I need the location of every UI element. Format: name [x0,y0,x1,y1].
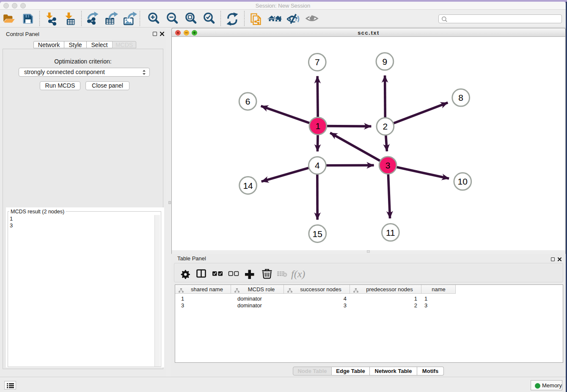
svg-text:11: 11 [386,228,395,237]
svg-text:9: 9 [383,57,388,66]
svg-text:14: 14 [243,181,253,190]
svg-text:8: 8 [458,93,463,102]
svg-text:15: 15 [313,229,322,239]
svg-text:2: 2 [383,121,388,131]
svg-text:3: 3 [385,160,391,170]
svg-text:4: 4 [315,160,320,170]
svg-text:1: 1 [316,121,321,131]
svg-text:7: 7 [315,57,320,67]
svg-text:6: 6 [245,97,250,106]
svg-text:10: 10 [458,177,468,186]
svg-text:f(x): f(x) [291,268,305,279]
